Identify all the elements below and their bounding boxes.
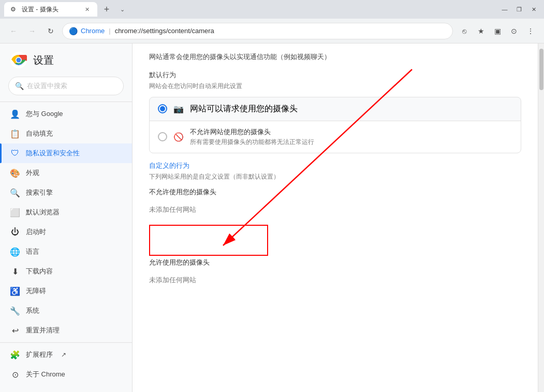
search-placeholder: 在设置中搜索 [27, 81, 67, 91]
language-icon: 🌐 [10, 247, 20, 256]
block-no-site: 未添加任何网站 [149, 201, 521, 219]
radio-allow[interactable]: 📷 网站可以请求使用您的摄像头 [149, 97, 521, 121]
autofill-icon: 📋 [10, 129, 20, 138]
sidebar-item-search[interactable]: 🔍 搜索引擎 [0, 183, 132, 202]
sidebar-item-google[interactable]: 👤 您与 Google [0, 104, 132, 124]
url-bar[interactable]: 🔵 Chrome | chrome://settings/content/cam… [62, 23, 453, 39]
privacy-icon: 🛡 [10, 149, 20, 158]
reset-icon: ↩ [10, 326, 20, 335]
sidebar-item-autofill[interactable]: 📋 自动填充 [0, 124, 132, 143]
camera-block-icon: 🚫 [173, 132, 184, 142]
download-icon: ⬇ [10, 267, 20, 276]
sidebar-item-label-extensions: 扩展程序 [26, 350, 53, 359]
sidebar-item-label-google: 您与 Google [26, 109, 63, 119]
sidebar-item-label-privacy: 隐私设置和安全性 [26, 149, 80, 158]
about-icon: ⊙ [10, 370, 20, 379]
sidebar: 设置 🔍 在设置中搜索 👤 您与 Google 📋 自动填充 🛡 隐私设置和安全… [0, 43, 133, 392]
sidebar-item-accessibility[interactable]: ♿ 无障碍 [0, 281, 132, 301]
sidebar-item-startup[interactable]: ⏻ 启动时 [0, 222, 132, 242]
sidebar-item-privacy[interactable]: 🛡 隐私设置和安全性 [0, 143, 132, 163]
radio-block[interactable]: 🚫 不允许网站使用您的摄像头 所有需要使用摄像头的功能都将无法正常运行 [149, 121, 521, 153]
menu-button[interactable]: ⋮ [523, 24, 538, 38]
startup-icon: ⏻ [10, 227, 20, 237]
main-layout: 设置 🔍 在设置中搜索 👤 您与 Google 📋 自动填充 🛡 隐私设置和安全… [0, 43, 544, 392]
external-link-icon: ↗ [61, 351, 66, 358]
radio-allow-text: 网站可以请求使用您的摄像头 [190, 104, 298, 114]
radio-group: 📷 网站可以请求使用您的摄像头 🚫 不允许网站使用您的摄像头 所有需要使用摄像头… [149, 97, 521, 153]
default-behavior-label: 默认行为 [149, 70, 521, 80]
right-scrollbar[interactable] [538, 43, 544, 392]
sidebar-scroll: 👤 您与 Google 📋 自动填充 🛡 隐私设置和安全性 🎨 外观 🔍 搜索引… [0, 104, 132, 392]
forward-button[interactable]: → [25, 24, 39, 38]
chrome-logo-icon [10, 52, 27, 68]
tab-list-button[interactable]: ⌄ [116, 2, 128, 17]
sidebar-item-reset[interactable]: ↩ 重置并清理 [0, 321, 132, 340]
page-description: 网站通常会使用您的摄像头以实现通信功能（例如视频聊天） [149, 52, 521, 62]
sidebar-item-label-accessibility: 无障碍 [26, 286, 46, 296]
sidebar-item-download[interactable]: ⬇ 下载内容 [0, 262, 132, 281]
content-inner: 网站通常会使用您的摄像头以实现通信功能（例如视频聊天） 默认行为 网站会在您访问… [133, 43, 538, 301]
allow-no-site: 未添加任何网站 [149, 271, 521, 289]
sidebar-header: 设置 [0, 43, 132, 72]
close-button[interactable]: ✕ [527, 5, 540, 14]
title-bar: ⚙ 设置 - 摄像头 ✕ + ⌄ — ❐ ✕ [0, 0, 544, 19]
custom-sublabel: 下列网站采用的是自定义设置（而非默认设置） [149, 172, 521, 181]
radio-block-label: 不允许网站使用您的摄像头 所有需要使用摄像头的功能都将无法正常运行 [190, 127, 314, 147]
tab-close-button[interactable]: ✕ [83, 5, 91, 13]
radio-block-text: 不允许网站使用您的摄像头 [190, 127, 314, 137]
bookmark-button[interactable]: ★ [474, 24, 488, 38]
share-button[interactable]: ⎋ [457, 24, 472, 38]
url-divider: | [109, 27, 110, 35]
appearance-icon: 🎨 [10, 168, 20, 178]
reload-button[interactable]: ↻ [43, 24, 58, 38]
system-icon: 🔧 [10, 306, 20, 315]
annotation-highlight-box [149, 225, 268, 256]
sidebar-item-label-language: 语言 [26, 247, 39, 256]
minimize-button[interactable]: — [498, 5, 511, 14]
sidebar-item-label-download: 下载内容 [26, 267, 53, 276]
url-brand: Chrome [81, 27, 105, 35]
sidebar-search-box[interactable]: 🔍 在设置中搜索 [8, 77, 124, 95]
url-path: chrome://settings/content/camera [115, 27, 214, 35]
sidebar-item-label-startup: 启动时 [26, 227, 46, 237]
radio-allow-circle [158, 104, 167, 113]
settings-title: 设置 [33, 53, 54, 67]
sidebar-item-about[interactable]: ⊙ 关于 Chrome [0, 365, 132, 384]
custom-label: 自定义的行为 [149, 161, 521, 170]
browser-icon: ⬜ [10, 208, 20, 217]
sidebar-item-label-autofill: 自动填充 [26, 129, 53, 138]
scrollbar-thumb[interactable] [539, 49, 543, 90]
sidebar-item-label-about: 关于 Chrome [26, 370, 65, 379]
tab-favicon: ⚙ [10, 6, 18, 13]
radio-allow-label: 网站可以请求使用您的摄像头 [190, 104, 298, 114]
radio-block-circle [158, 132, 167, 141]
search-icon: 🔍 [15, 82, 24, 90]
radio-block-sublabel: 所有需要使用摄像头的功能都将无法正常运行 [190, 138, 314, 147]
address-bar: ← → ↻ 🔵 Chrome | chrome://settings/conte… [0, 19, 544, 43]
new-tab-button[interactable]: + [99, 2, 114, 17]
sidebar-item-appearance[interactable]: 🎨 外观 [0, 163, 132, 183]
sidebar-item-language[interactable]: 🌐 语言 [0, 242, 132, 262]
secure-icon: 🔵 [69, 27, 78, 35]
maximize-button[interactable]: ❐ [513, 5, 525, 14]
block-sites-label: 不允许使用您的摄像头 [149, 187, 521, 197]
sidebar-divider [0, 101, 132, 102]
profile-button[interactable]: ⊙ [507, 24, 521, 38]
search-engine-icon: 🔍 [10, 188, 20, 197]
allow-sites-label: 允许使用您的摄像头 [149, 258, 521, 267]
sidebar-item-extensions[interactable]: 🧩 扩展程序 ↗ [0, 345, 132, 365]
sidebar-item-label-search: 搜索引擎 [26, 188, 53, 197]
tab-strip: ⚙ 设置 - 摄像头 ✕ + ⌄ [4, 2, 128, 17]
svg-point-3 [17, 58, 21, 63]
toolbar-actions: ⎋ ★ ▣ ⊙ ⋮ [457, 24, 538, 38]
sidebar-item-system[interactable]: 🔧 系统 [0, 301, 132, 321]
back-button[interactable]: ← [6, 24, 21, 38]
content-wrapper: 网站通常会使用您的摄像头以实现通信功能（例如视频聊天） 默认行为 网站会在您访问… [133, 43, 538, 392]
extensions-icon: 🧩 [10, 350, 20, 359]
sidebar-item-label-browser: 默认浏览器 [26, 208, 60, 217]
default-behavior-sublabel: 网站会在您访问时自动采用此设置 [149, 82, 521, 91]
active-tab[interactable]: ⚙ 设置 - 摄像头 ✕ [4, 2, 97, 17]
sidebar-item-browser[interactable]: ⬜ 默认浏览器 [0, 202, 132, 222]
split-button[interactable]: ▣ [490, 24, 505, 38]
sidebar-item-label-system: 系统 [26, 306, 39, 315]
